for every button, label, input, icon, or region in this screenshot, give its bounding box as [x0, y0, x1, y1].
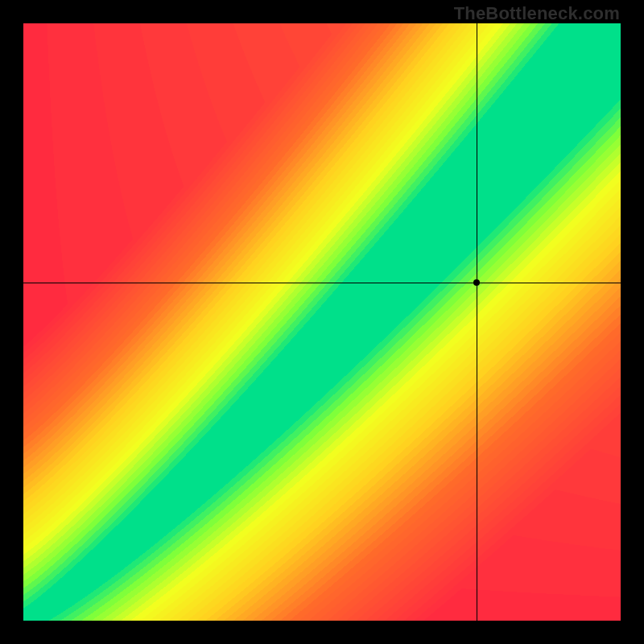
chart-frame: TheBottleneck.com: [0, 0, 644, 644]
crosshair-vertical: [477, 23, 477, 621]
investigated-point-marker: [473, 279, 480, 286]
watermark-text: TheBottleneck.com: [454, 3, 620, 24]
heatmap-canvas: [23, 23, 621, 621]
plot-area: [23, 23, 621, 621]
crosshair-horizontal: [23, 283, 621, 283]
